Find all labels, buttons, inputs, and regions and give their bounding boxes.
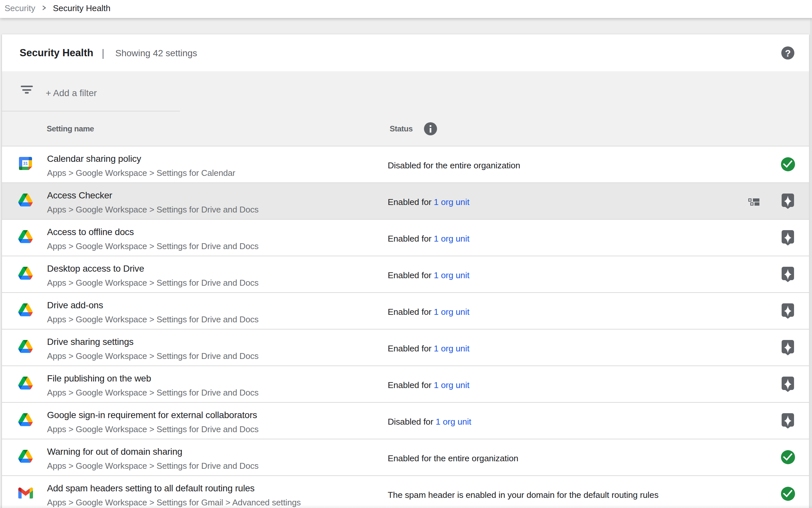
svg-text:?: ? [785, 48, 791, 58]
svg-text:31: 31 [23, 161, 28, 166]
